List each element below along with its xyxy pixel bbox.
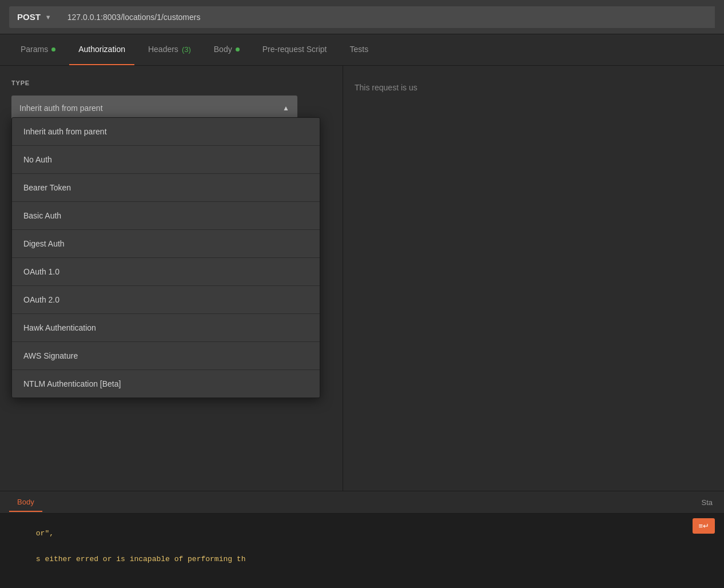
tab-tests[interactable]: Tests	[341, 34, 378, 65]
auth-option-oauth2[interactable]: OAuth 2.0	[12, 286, 320, 314]
tab-headers[interactable]: Headers (3)	[139, 34, 200, 65]
code-string-1: or",	[36, 529, 54, 538]
tab-pre-request-label: Pre-request Script	[262, 45, 327, 54]
headers-count: (3)	[182, 45, 191, 54]
code-line-1: or",	[9, 521, 715, 546]
response-area: ≡↵ or", s either erred or is incapable o…	[0, 514, 724, 588]
method-selector[interactable]: POST ▼	[9, 6, 59, 28]
auth-option-bearer-label: Bearer Token	[23, 183, 71, 192]
tab-headers-label: Headers	[148, 45, 178, 54]
auth-option-aws[interactable]: AWS Signature	[12, 342, 320, 370]
auth-option-inherit-label: Inherit auth from parent	[23, 127, 107, 136]
auth-option-digest[interactable]: Digest Auth	[12, 230, 320, 258]
method-label: POST	[17, 12, 41, 22]
bottom-tab-body[interactable]: Body	[9, 493, 42, 512]
auth-option-ntlm[interactable]: NTLM Authentication [Beta]	[12, 370, 320, 398]
auth-option-ntlm-label: NTLM Authentication [Beta]	[23, 379, 121, 388]
auth-option-oauth1[interactable]: OAuth 1.0	[12, 258, 320, 286]
status-text: Sta	[701, 498, 713, 507]
auth-option-hawk[interactable]: Hawk Authentication	[12, 314, 320, 342]
tab-authorization-label: Authorization	[78, 45, 125, 54]
params-dot	[51, 47, 55, 51]
tab-body[interactable]: Body	[205, 34, 249, 65]
auth-option-noauth[interactable]: No Auth	[12, 146, 320, 174]
auth-option-digest-label: Digest Auth	[23, 239, 65, 248]
bottom-section: Body Sta ≡↵ or", s either erred or is in…	[0, 491, 724, 588]
wrap-icon: ≡↵	[698, 522, 709, 530]
auth-option-basic-label: Basic Auth	[23, 211, 61, 220]
type-label: TYPE	[11, 80, 331, 86]
code-line-2: s either erred or is incapable of perfor…	[9, 546, 715, 572]
tab-authorization[interactable]: Authorization	[69, 34, 134, 65]
tabs-row: Params Authorization Headers (3) Body Pr…	[0, 34, 724, 66]
method-chevron: ▼	[45, 14, 51, 21]
auth-option-oauth2-label: OAuth 2.0	[23, 295, 59, 304]
auth-type-selected-value: Inherit auth from parent	[19, 104, 103, 113]
auth-option-hawk-label: Hawk Authentication	[23, 323, 96, 332]
body-dot	[236, 47, 240, 51]
auth-option-bearer[interactable]: Bearer Token	[12, 174, 320, 202]
url-bar: POST ▼	[0, 0, 724, 34]
tab-params-label: Params	[21, 45, 48, 54]
dropdown-arrow-icon: ▲	[283, 104, 289, 112]
bottom-header: Body Sta	[0, 491, 724, 514]
auth-option-oauth1-label: OAuth 1.0	[23, 267, 59, 276]
tab-tests-label: Tests	[350, 45, 369, 54]
tab-params[interactable]: Params	[11, 34, 65, 65]
code-text-2: s either erred or is incapable of perfor…	[36, 555, 246, 563]
auth-type-dropdown-menu: Inherit auth from parent No Auth Bearer …	[11, 117, 320, 398]
bottom-tab-body-label: Body	[17, 498, 34, 506]
tab-body-label: Body	[214, 45, 232, 54]
wrap-button[interactable]: ≡↵	[693, 518, 715, 534]
auth-option-inherit[interactable]: Inherit auth from parent	[12, 118, 320, 146]
auth-option-basic[interactable]: Basic Auth	[12, 202, 320, 230]
auth-option-aws-label: AWS Signature	[23, 351, 78, 360]
tab-pre-request[interactable]: Pre-request Script	[253, 34, 336, 65]
info-text: This request is us	[355, 83, 713, 92]
url-input[interactable]	[59, 6, 715, 28]
auth-option-noauth-label: No Auth	[23, 155, 52, 164]
